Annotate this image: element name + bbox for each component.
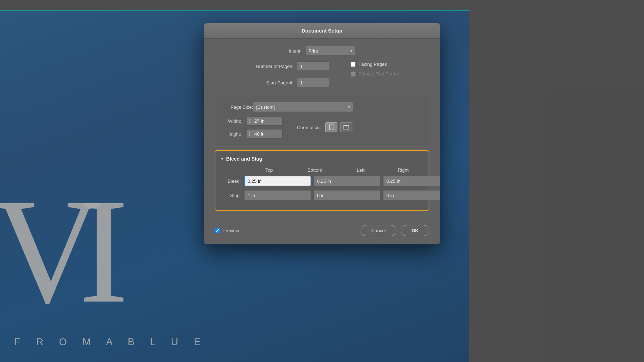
bleed-slug-section: ▾ Bleed and Slug Top Bottom Left Right B… <box>215 150 429 211</box>
width-spinner-arrows[interactable]: ▲ ▼ <box>248 118 251 123</box>
cancel-button[interactable]: Cancel <box>361 225 396 236</box>
height-spinner-arrows[interactable]: ▲ ▼ <box>248 131 251 136</box>
bleed-row: Bleed: 🔗 <box>221 176 423 186</box>
height-input[interactable] <box>247 129 283 138</box>
page-size-section: Page Size: [Custom] Letter Tabloid Legal… <box>215 97 429 145</box>
portrait-icon <box>329 124 333 130</box>
width-down-arrow[interactable]: ▼ <box>248 121 251 123</box>
pages-right: Facing Pages Primary Text Frame <box>351 62 399 77</box>
height-group: Height: ▲ ▼ <box>221 129 283 138</box>
bleed-left-input[interactable] <box>383 176 440 186</box>
bleed-header-row: Top Bottom Left Right <box>221 167 423 173</box>
section-header: ▾ Bleed and Slug <box>221 156 423 162</box>
num-pages-label: Number of Pages: <box>245 64 297 69</box>
slug-inputs: 🔗 <box>244 190 440 201</box>
start-page-input[interactable] <box>297 78 329 87</box>
width-input[interactable] <box>247 116 283 126</box>
slug-bottom-input[interactable] <box>314 190 380 200</box>
landscape-rect <box>343 125 349 129</box>
dimensions-row: Width: ▲ ▼ Height: <box>221 116 423 138</box>
facing-pages-label[interactable]: Facing Pages <box>358 62 387 67</box>
col-bottom-header: Bottom <box>292 167 338 173</box>
page-size-select-wrapper[interactable]: [Custom] Letter Tabloid Legal A4 A3 <box>253 102 353 112</box>
dialog-footer: Preview Cancel OK <box>204 225 440 244</box>
page-size-select[interactable]: [Custom] Letter Tabloid Legal A4 A3 <box>253 102 353 112</box>
width-up-arrow[interactable]: ▲ <box>248 118 251 121</box>
col-top-header: Top <box>246 167 292 173</box>
slug-top-input[interactable] <box>244 190 311 200</box>
section-title: Bleed and Slug <box>226 156 262 162</box>
slug-label: Slug: <box>221 193 244 198</box>
width-label: Width: <box>221 118 244 124</box>
width-group: Width: ▲ ▼ <box>221 116 283 126</box>
intent-select-wrapper[interactable]: Print Web Mobile <box>305 46 355 56</box>
col-left-header: Left <box>338 167 384 173</box>
slug-row: Slug: 🔗 <box>221 190 423 201</box>
page-size-row: Page Size: [Custom] Letter Tabloid Legal… <box>221 102 423 112</box>
slug-left-input[interactable] <box>383 190 440 200</box>
orientation-group: Orientation: <box>297 122 352 132</box>
page-size-label: Page Size: <box>221 104 253 110</box>
height-label: Height: <box>221 131 244 137</box>
portrait-button[interactable] <box>325 122 337 132</box>
footer-buttons: Cancel OK <box>361 225 429 236</box>
preview-checkbox[interactable] <box>215 228 220 233</box>
num-pages-row: Number of Pages: <box>245 62 329 71</box>
primary-text-frame-row: Primary Text Frame <box>351 71 399 77</box>
ok-button[interactable]: OK <box>401 225 429 236</box>
wh-group: Width: ▲ ▼ Height: <box>221 116 283 138</box>
bleed-label: Bleed: <box>221 178 244 184</box>
facing-pages-row: Facing Pages <box>351 62 399 67</box>
section-toggle[interactable]: ▾ <box>221 156 223 161</box>
dialog-body: Intent: Print Web Mobile Number of Pages… <box>204 39 440 225</box>
pages-left: Number of Pages: Start Page #: <box>245 62 329 91</box>
num-pages-input[interactable] <box>297 62 329 71</box>
height-up-arrow[interactable]: ▲ <box>248 131 251 134</box>
height-down-arrow[interactable]: ▼ <box>248 134 251 136</box>
portrait-rect <box>329 124 333 130</box>
preview-row: Preview <box>215 228 239 233</box>
start-page-row: Start Page #: <box>245 78 329 87</box>
landscape-icon <box>343 125 349 129</box>
bleed-inputs: 🔗 <box>244 176 440 186</box>
facing-pages-checkbox[interactable] <box>351 62 356 67</box>
primary-text-frame-label: Primary Text Frame <box>358 71 399 77</box>
start-page-label: Start Page #: <box>245 80 297 85</box>
document-setup-dialog: Document Setup Intent: Print Web Mobile … <box>204 23 440 244</box>
orientation-label: Orientation: <box>297 125 321 130</box>
width-input-wrapper: ▲ ▼ <box>247 116 283 126</box>
intent-label: Intent: <box>289 48 302 54</box>
pages-section: Number of Pages: Start Page #: Facing Pa… <box>215 62 429 91</box>
intent-select[interactable]: Print Web Mobile <box>305 46 355 56</box>
preview-label[interactable]: Preview <box>223 228 239 233</box>
dialog-titlebar: Document Setup <box>204 23 440 39</box>
bleed-bottom-input[interactable] <box>314 176 380 186</box>
landscape-button[interactable] <box>340 122 352 132</box>
height-input-wrapper: ▲ ▼ <box>247 129 283 138</box>
primary-text-frame-checkbox <box>351 72 356 77</box>
bleed-top-input[interactable] <box>244 176 311 186</box>
intent-row: Intent: Print Web Mobile <box>215 46 429 56</box>
col-right-header: Right <box>384 167 423 173</box>
dialog-title: Document Setup <box>302 28 342 34</box>
